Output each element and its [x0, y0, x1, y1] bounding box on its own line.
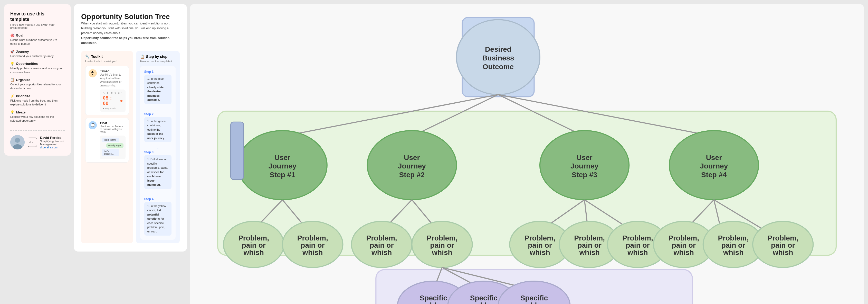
section-pri-title: ⚡ Prioritize	[10, 94, 65, 98]
section-organize: 📋 Organize Collect your opportunities re…	[10, 78, 65, 90]
author-name: David Pereira	[40, 136, 64, 140]
step-3: Step 3 1. Drill down into specific probl…	[144, 150, 172, 189]
svg-text:pain or: pain or	[721, 241, 745, 249]
chat-bubble-1: Hello team!	[102, 138, 119, 142]
org-icon: 📋	[10, 78, 14, 82]
section-prioritize: ⚡ Prioritize Pick one node from the tree…	[10, 94, 65, 107]
svg-text:Problem,: Problem,	[668, 234, 699, 242]
left-subtitle: Here's how you can use it with your prod…	[10, 23, 65, 29]
ide-icon: 💡	[10, 110, 14, 114]
stepbystep-desc: How to use the template?	[140, 60, 176, 63]
svg-text:User: User	[576, 154, 592, 162]
section-goal-desc: Define what business outcome you're tryi…	[10, 38, 65, 46]
divider	[10, 130, 65, 131]
tools-row: 🔧 Toolkit Useful tools to assist you! ⏱ …	[81, 51, 180, 244]
svg-text:pain or: pain or	[771, 241, 795, 249]
author-logo: d · p	[28, 138, 37, 147]
right-panel: Desired Business Outcome User Journey St…	[190, 4, 864, 304]
opp-icon: 💡	[10, 62, 14, 65]
svg-text:whish: whish	[243, 248, 264, 256]
stepbystep-icon: 📋	[140, 55, 145, 59]
svg-text:Specific: Specific	[520, 294, 548, 302]
svg-text:whish: whish	[529, 248, 550, 256]
timer-icon: ⏱	[89, 69, 97, 77]
svg-text:problem,: problem,	[468, 301, 499, 304]
svg-text:Specific: Specific	[420, 294, 447, 302]
svg-text:problem,: problem,	[519, 301, 549, 304]
step-4-box: 1. In the yellow circles, list potential…	[144, 202, 172, 236]
goal-icon: 🎯	[10, 33, 14, 37]
section-goal-title: 🎯 Goal	[10, 33, 65, 37]
svg-text:Desired: Desired	[485, 45, 512, 53]
svg-text:whish: whish	[773, 248, 793, 256]
svg-rect-108	[230, 122, 243, 179]
svg-text:pain or: pain or	[578, 241, 601, 249]
step-2-box: 1. In the green containers, outline the …	[144, 117, 172, 142]
section-opportunities: 💡 Opportunities Identify problems, wants…	[10, 62, 65, 74]
section-goal: 🎯 Goal Define what business outcome you'…	[10, 33, 65, 46]
svg-text:Step #2: Step #2	[399, 171, 425, 179]
left-title: How to use this template	[10, 11, 65, 22]
step-4: Step 4 1. In the yellow circles, list po…	[144, 197, 172, 236]
section-journey-desc: Understand your customer journey	[10, 54, 65, 58]
svg-text:User: User	[706, 154, 722, 162]
svg-text:whish: whish	[432, 248, 452, 256]
svg-text:pain or: pain or	[528, 241, 552, 249]
section-journey-title: 🚀 Journey	[10, 50, 65, 54]
section-pri-desc: Pick one node from the tree, and then ex…	[10, 99, 65, 107]
chat-bubble-3: Let's discuss...	[102, 149, 119, 156]
svg-text:User: User	[404, 154, 420, 162]
svg-text:Journey: Journey	[570, 162, 598, 170]
timer-block: ⏱ Timer Use Miro's timer to keep track o…	[85, 66, 129, 115]
stepbystep-title: 📋 Step by step	[140, 55, 176, 59]
svg-text:Problem,: Problem,	[622, 234, 653, 242]
svg-text:whish: whish	[673, 248, 694, 256]
svg-text:Problem,: Problem,	[366, 234, 397, 242]
svg-text:Business: Business	[482, 54, 514, 62]
step-3-box: 1. Drill down into specific problems, pa…	[144, 155, 172, 189]
svg-text:Problem,: Problem,	[525, 234, 555, 242]
svg-text:pain or: pain or	[626, 241, 650, 249]
chat-icon: 💬	[89, 121, 97, 129]
middle-header: Opportunity Solution Tree When you start…	[81, 12, 180, 46]
author-info: David Pereira Simplifying Product Manage…	[40, 136, 64, 149]
svg-text:whish: whish	[627, 248, 648, 256]
tree-svg: Desired Business Outcome User Journey St…	[196, 10, 858, 304]
svg-text:Step #3: Step #3	[572, 171, 597, 179]
chat-bubble-2: Ready to go!	[106, 143, 123, 148]
toolkit-icon: 🔧	[85, 55, 90, 59]
author-link[interactable]: d-pereira.com	[40, 146, 64, 149]
svg-text:Problem,: Problem,	[768, 234, 799, 242]
svg-text:Journey: Journey	[700, 162, 728, 170]
step-1-box: 1. In the blue container, clearly state …	[144, 75, 172, 104]
svg-text:pain or: pain or	[430, 241, 454, 249]
pri-icon: ⚡	[10, 94, 14, 98]
middle-intro: When you start with opportunities, you c…	[81, 21, 180, 46]
svg-text:whish: whish	[302, 248, 323, 256]
svg-text:pain or: pain or	[370, 241, 394, 249]
toolkit-card: 🔧 Toolkit Useful tools to assist you! ⏱ …	[81, 51, 133, 244]
section-org-title: 📋 Organize	[10, 78, 65, 82]
section-ideate: 💡 Ideate Explore with a few solutions fo…	[10, 110, 65, 123]
step-arrow-2: ↓	[144, 145, 172, 149]
step-arrow-3: ↓	[144, 192, 172, 196]
step-1: Step 1 1. In the blue container, clearly…	[144, 70, 172, 104]
step-arrow-1: ↓	[144, 107, 172, 111]
left-panel: How to use this template Here's how you …	[4, 4, 71, 156]
svg-text:whish: whish	[579, 248, 600, 256]
svg-text:Problem,: Problem,	[427, 234, 458, 242]
svg-text:Problem,: Problem,	[297, 234, 328, 242]
section-opp-title: 💡 Opportunities	[10, 62, 65, 65]
svg-text:Problem,: Problem,	[238, 234, 269, 242]
section-org-desc: Collect your opportunities related to yo…	[10, 83, 65, 90]
author-role1: Simplifying Product	[40, 140, 64, 143]
svg-text:pain or: pain or	[672, 241, 695, 249]
steps-panel: Step 1 1. In the blue container, clearly…	[140, 66, 176, 240]
svg-text:whish: whish	[723, 248, 743, 256]
svg-text:Journey: Journey	[269, 162, 297, 170]
svg-text:Step #1: Step #1	[270, 171, 295, 179]
toolkit-desc: Useful tools to assist you!	[85, 60, 129, 63]
stepbystep-card: 📋 Step by step How to use the template? …	[136, 51, 180, 244]
section-journey: 🚀 Journey Understand your customer journ…	[10, 50, 65, 58]
section-ide-title: 💡 Ideate	[10, 110, 65, 114]
